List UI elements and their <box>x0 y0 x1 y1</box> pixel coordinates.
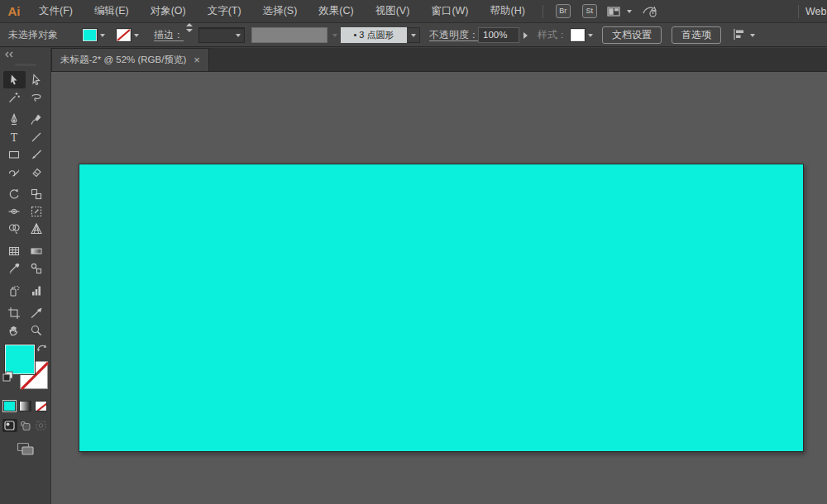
opacity-input[interactable]: 100% <box>478 27 519 43</box>
tool-rotate[interactable] <box>3 185 26 202</box>
selection-tool-icon <box>7 74 21 87</box>
menu-list: 文件(F) 编辑(E) 对象(O) 文字(T) 选择(S) 效果(C) 视图(V… <box>28 0 536 22</box>
align-options-icon[interactable] <box>733 28 746 43</box>
tools-panel-collapse[interactable] <box>0 48 50 60</box>
change-screen-mode-button[interactable] <box>0 442 50 456</box>
draw-behind-button[interactable] <box>18 419 33 432</box>
tool-scale[interactable] <box>26 185 48 202</box>
tool-pen[interactable] <box>3 111 26 128</box>
draw-normal-button[interactable] <box>2 419 17 432</box>
stepper-down-icon[interactable] <box>186 29 193 32</box>
canvas-pasteboard[interactable] <box>51 72 827 504</box>
eyedropper-tool-icon <box>7 262 21 275</box>
tool-eraser[interactable] <box>26 163 48 180</box>
tab-close-icon[interactable]: × <box>194 56 200 64</box>
style-label: 样式： <box>538 28 567 42</box>
stroke-weight-chevron-icon[interactable] <box>236 34 241 37</box>
tool-lasso[interactable] <box>26 88 48 106</box>
document-tab[interactable]: 未标题-2* @ 52% (RGB/预览) × <box>51 48 209 71</box>
none-button[interactable] <box>35 401 47 411</box>
tool-magic-wand[interactable] <box>3 88 26 106</box>
collapse-double-chevron-icon <box>4 51 14 58</box>
stroke-weight-stepper[interactable] <box>186 23 193 47</box>
tool-curvature[interactable] <box>26 111 48 128</box>
menu-view[interactable]: 视图(V) <box>365 0 421 22</box>
workspace-label[interactable]: Web <box>805 6 827 17</box>
tool-eyedropper[interactable] <box>3 259 26 277</box>
column-graph-tool-icon <box>30 284 43 297</box>
slice-tool-icon <box>30 307 43 320</box>
direct-selection-tool-icon <box>30 74 43 87</box>
menu-edit[interactable]: 编辑(E) <box>84 0 140 22</box>
brush-definition-dropdown[interactable] <box>407 27 420 43</box>
tool-selection[interactable] <box>3 71 26 88</box>
stroke-color-swatch[interactable] <box>117 29 131 41</box>
menu-select[interactable]: 选择(S) <box>252 0 308 22</box>
arrange-documents-icon[interactable] <box>607 6 621 17</box>
menu-type[interactable]: 文字(T) <box>197 0 252 22</box>
tool-direct-selection[interactable] <box>26 71 48 88</box>
fill-color-swatch[interactable] <box>83 29 97 41</box>
menu-window[interactable]: 窗口(W) <box>420 0 479 22</box>
tool-gradient[interactable] <box>26 242 48 259</box>
tool-free-transform[interactable] <box>26 202 48 220</box>
gradient-tool-icon <box>30 245 43 258</box>
menu-effect[interactable]: 效果(C) <box>308 0 364 22</box>
tool-zoom[interactable] <box>26 321 48 339</box>
tool-slice[interactable] <box>26 304 48 321</box>
draw-inside-button[interactable] <box>34 419 49 432</box>
workspace-switcher[interactable]: Web <box>791 0 827 23</box>
style-chevron-icon[interactable] <box>588 34 593 37</box>
artboard-rectangle[interactable] <box>79 164 804 452</box>
tool-shaper[interactable] <box>3 163 26 180</box>
opacity-label[interactable]: 不透明度： <box>429 30 479 41</box>
tools-panel-grip[interactable] <box>15 64 36 66</box>
stock-button[interactable]: St <box>582 4 597 18</box>
opacity-flyout-icon[interactable] <box>523 32 528 39</box>
menu-help[interactable]: 帮助(H) <box>480 0 536 22</box>
swap-fill-stroke-icon[interactable] <box>36 343 48 356</box>
menu-object[interactable]: 对象(O) <box>140 0 197 22</box>
tool-type[interactable]: T <box>3 128 26 145</box>
tool-paintbrush[interactable] <box>26 145 48 163</box>
stroke-color-chevron-icon[interactable] <box>134 34 139 37</box>
stroke-weight-combo[interactable] <box>198 27 245 43</box>
zoom-tool-icon <box>30 324 43 337</box>
gradient-button[interactable] <box>19 401 31 411</box>
tool-mesh[interactable] <box>3 242 26 259</box>
document-tab-bar: 未标题-2* @ 52% (RGB/预览) × <box>51 48 827 72</box>
share-screen-icon[interactable] <box>642 5 658 18</box>
hand-tool-icon <box>7 324 21 337</box>
tool-shape-builder[interactable] <box>3 220 26 237</box>
bridge-button[interactable]: Br <box>556 4 571 18</box>
symbol-sprayer-tool-icon <box>7 284 21 297</box>
tool-symbol-sprayer[interactable] <box>3 282 26 299</box>
illustrator-window: Ai 文件(F) 编辑(E) 对象(O) 文字(T) 选择(S) 效果(C) 视… <box>0 0 827 504</box>
tool-grid: T <box>0 71 50 339</box>
stroke-weight-label[interactable]: 描边： <box>154 30 184 41</box>
tool-column-graph[interactable] <box>26 282 48 299</box>
document-setup-button[interactable]: 文档设置 <box>602 26 662 44</box>
color-button[interactable] <box>3 401 16 411</box>
tool-artboard[interactable] <box>3 304 26 321</box>
arrange-documents-chevron-icon[interactable] <box>627 10 632 13</box>
brush-definition-value[interactable]: • 3 点圆形 <box>341 27 407 43</box>
align-options-chevron-icon[interactable] <box>750 34 755 37</box>
selection-status: 未选择对象 <box>8 23 58 47</box>
tool-blend[interactable] <box>26 259 48 277</box>
default-fill-stroke-icon[interactable] <box>2 371 13 384</box>
tool-width[interactable] <box>3 202 26 220</box>
style-swatch[interactable] <box>571 29 585 41</box>
fill-color-chevron-icon[interactable] <box>100 34 105 37</box>
menu-file[interactable]: 文件(F) <box>28 0 84 22</box>
tools-panel: T <box>0 48 51 504</box>
tool-perspective-grid[interactable] <box>26 220 48 237</box>
tool-line-segment[interactable] <box>26 128 48 145</box>
tool-hand[interactable] <box>3 321 26 339</box>
free-transform-tool-icon <box>30 205 43 218</box>
eraser-tool-icon <box>30 165 43 178</box>
fill-proxy-swatch[interactable] <box>5 345 35 374</box>
tool-rectangle[interactable] <box>3 145 26 163</box>
preferences-button[interactable]: 首选项 <box>672 26 721 44</box>
stepper-up-icon[interactable] <box>186 23 193 26</box>
